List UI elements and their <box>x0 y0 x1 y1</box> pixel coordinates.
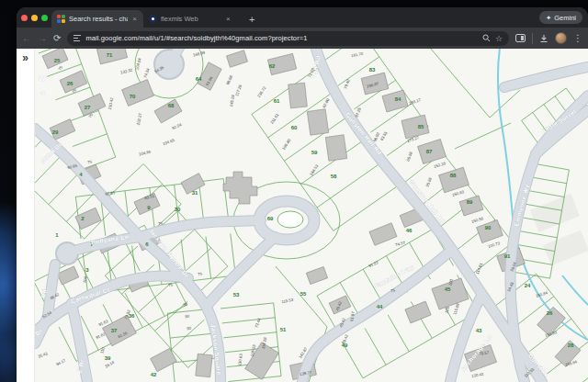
lot-number: 61 <box>274 98 280 104</box>
gemini-button[interactable]: ✦ Gemini <box>539 11 582 24</box>
reload-icon[interactable]: ⟳ <box>53 34 61 43</box>
street-island <box>277 211 303 228</box>
expand-panel-icon[interactable]: » <box>22 52 28 382</box>
lot-number: 84 <box>395 96 401 102</box>
lot-number: 90 <box>485 225 492 230</box>
flexmls-favicon <box>149 15 157 23</box>
partial-label-fragment: W <box>39 74 46 83</box>
building <box>196 354 212 377</box>
lot-number: 26 <box>547 310 553 316</box>
forward-icon[interactable]: → <box>38 34 47 43</box>
side-panel-icon[interactable] <box>515 34 526 42</box>
lot-number: 55 <box>300 291 307 297</box>
close-tab-icon[interactable]: × <box>131 15 138 23</box>
new-tab-button[interactable]: + <box>249 14 254 25</box>
lot-number: 51 <box>280 327 287 332</box>
download-icon[interactable] <box>539 34 548 43</box>
building <box>307 109 328 136</box>
lot-number: 70 <box>130 94 136 99</box>
lot-number: 53 <box>233 292 240 298</box>
lot-number: 27 <box>85 105 91 110</box>
lot-number: 89 <box>467 199 473 205</box>
lot-number: 44 <box>377 304 383 309</box>
lot-number: 28 <box>568 343 574 348</box>
gemini-spark-icon: ✦ <box>546 14 551 22</box>
gemini-label: Gemini <box>554 14 576 22</box>
lot-number: 59 <box>311 150 318 155</box>
building <box>288 83 308 108</box>
partial-label-fragment: s <box>40 88 45 96</box>
lot-number: 42 <box>151 372 157 377</box>
address-bar[interactable]: mail.google.com/mail/u/1/#search/soldbyj… <box>67 31 509 46</box>
profile-avatar[interactable] <box>555 32 567 44</box>
lot-number: 30 <box>175 207 181 212</box>
url-text[interactable]: mail.google.com/mail/u/1/#search/soldbyj… <box>85 34 478 42</box>
toolbar-divider <box>532 33 533 44</box>
lot-number: 58 <box>331 174 337 179</box>
lot-number: 87 <box>426 149 433 154</box>
fullscreen-window-button[interactable] <box>41 15 48 21</box>
browser-menu-icon[interactable]: ⋮ <box>573 33 582 43</box>
lot-number: 46 <box>406 228 413 233</box>
browser-toolbar: ← → ⟳ mail.google.com/mail/u/1/#search/s… <box>17 28 588 49</box>
lot-number: 31 <box>192 190 198 196</box>
zoom-icon[interactable] <box>482 34 491 42</box>
lot-number: 24 <box>525 283 531 288</box>
map-grid-favicon <box>57 15 65 23</box>
tab-flexmls[interactable]: flexmls Web × <box>143 10 243 28</box>
lot-number: 64 <box>196 76 202 82</box>
parcel-map-svg[interactable]: 168.99104.84132.3274.3484.3591.9490.9811… <box>35 49 588 382</box>
lot-number: 69 <box>267 216 274 221</box>
page-content: » 168.99104.84132.3274.3484.3591.9490.98… <box>17 49 588 382</box>
collapsed-panel: » <box>17 49 35 382</box>
lot-number: 91 <box>504 253 511 259</box>
lot-number: 60 <box>291 125 298 130</box>
lot-number: 49 <box>342 343 348 348</box>
close-tab-icon[interactable]: × <box>225 15 232 23</box>
lot-number: 85 <box>418 124 424 129</box>
lot-number: 25 <box>54 58 61 63</box>
building <box>325 135 346 162</box>
browser-window: Search results - chattanoog × flexmls We… <box>17 7 588 382</box>
lot-number: 68 <box>168 103 175 108</box>
tab-strip: Search results - chattanoog × flexmls We… <box>17 7 588 28</box>
parcel-map[interactable]: 168.99104.84132.3274.3484.3591.9490.9811… <box>35 49 588 382</box>
lot-number: 39 <box>105 355 111 361</box>
lot-number: 88 <box>450 173 457 178</box>
lot-number: 36 <box>129 313 135 319</box>
tune-icon[interactable] <box>74 35 81 42</box>
tab-title: flexmls Web <box>161 15 221 23</box>
lot-number: 83 <box>369 67 376 73</box>
lot-number: 71 <box>107 52 113 58</box>
lot-number: 62 <box>269 63 276 69</box>
close-window-button[interactable] <box>21 15 28 21</box>
lot-number: 29 <box>52 129 59 135</box>
bookmark-star-icon[interactable]: ☆ <box>495 34 503 43</box>
lot-number: 37 <box>111 328 118 333</box>
minimize-window-button[interactable] <box>31 15 38 21</box>
lot-number: 26 <box>67 81 74 86</box>
tab-title: Search results - chattanoog <box>69 15 128 23</box>
lot-number: 43 <box>476 328 482 333</box>
back-icon[interactable]: ← <box>22 34 31 43</box>
window-controls[interactable] <box>21 15 48 21</box>
tab-search-results[interactable]: Search results - chattanoog × <box>51 10 143 28</box>
lot-number: 45 <box>445 286 451 292</box>
